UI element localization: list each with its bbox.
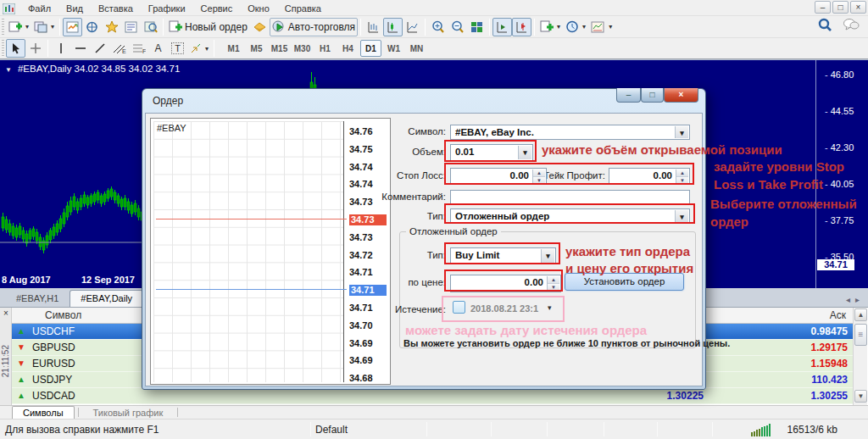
templates-button[interactable]: ▾ [588,18,615,36]
menu-file[interactable]: Файл [20,3,58,14]
chart-candles-button[interactable] [383,18,403,36]
zoom-out-button[interactable] [448,18,467,36]
annotation-line: Loss и Take Profit [714,175,844,193]
tick-price-label: 34.70 [349,320,387,331]
fibonacci-tool-button[interactable]: F [129,39,148,58]
comment-input[interactable] [450,190,690,204]
ask-value: 0.98475 [811,325,848,337]
timeframe-m15-button[interactable]: M15 [269,40,290,57]
chevron-down-icon: ▾ [557,23,560,31]
timeframe-m1-button[interactable]: M1 [223,40,244,57]
window-restore-button[interactable]: □ [832,1,849,14]
annotation-expiry: можете задать дату истечения ордера [405,321,647,339]
timeframe-mn-button[interactable]: MN [406,40,427,57]
timeframe-h1-button[interactable]: H1 [314,40,336,57]
chart-bars-button[interactable] [364,18,383,36]
profiles-button[interactable]: ▾ [31,18,57,36]
dialog-maximize-button[interactable]: □ [641,88,664,103]
tile-windows-button[interactable] [467,18,487,36]
annotation-line: ордер [710,213,857,231]
autotrade-button[interactable]: Авто-торговля [270,18,358,36]
chart-line-button[interactable] [403,18,422,36]
new-order-button[interactable]: Новый ордер [166,18,250,36]
mt4-window: ФайлВидВставкаГрафикиСервисОкноСправка –… [0,0,868,439]
cursor-tool-button[interactable] [6,39,25,58]
toolbar-separator [47,40,48,57]
price-tick: 42.30 [825,142,854,153]
terminal-button[interactable] [121,18,141,36]
status-separator [712,422,713,436]
market-watch-toggle-button[interactable] [63,18,82,36]
chart-title: #EBAY,Daily 34.02 34.85 34.02 34.71 [5,64,180,74]
arrow-up-icon: ▲ [17,326,25,336]
dialog-title: Ордер [153,95,183,107]
column-header-ask[interactable]: Аск [830,309,846,321]
chat-icon[interactable] [843,18,860,36]
chevron-down-icon[interactable] [675,126,688,138]
symbol-select[interactable]: #EBAY, eBay Inc. [450,125,690,140]
zoom-in-button[interactable] [428,18,448,36]
status-profile[interactable]: Default [315,424,348,436]
dialog-minimize-button[interactable]: – [616,88,641,103]
menu-items: ФайлВидВставкаГрафикиСервисОкноСправка [20,0,329,15]
buy-price-line [156,289,347,290]
text-label-tool-button[interactable]: T [168,39,187,58]
crosshair-tool-button[interactable] [25,39,45,58]
metaeditor-button[interactable] [250,18,270,36]
symbol-row-usdcad[interactable]: ▲USDCAD1.302251.30255 [12,388,853,404]
vertical-line-tool-button[interactable] [51,39,70,58]
dialog-controls: – □ × [616,88,698,103]
type-label: Тип: [337,211,446,221]
navigator-button[interactable] [102,18,121,36]
trendline-tool-button[interactable] [90,39,109,58]
new-chart-button[interactable]: ▾ [6,18,31,36]
timeframe-m5-button[interactable]: M5 [246,40,267,57]
scroll-down-icon[interactable]: ▼ [854,390,867,403]
scroll-up-icon[interactable]: ▲ [854,308,867,321]
scroll-thumb[interactable] [854,324,867,346]
status-separator [547,422,548,436]
tab-scroll-icons[interactable]: ◂▸ [846,295,865,304]
scrollbar[interactable]: ▲ ▼ [853,308,867,405]
column-header-symbol[interactable]: Символ [45,309,81,321]
arrows-tool-button[interactable]: ▾ [187,39,211,58]
timeframe-d1-button[interactable]: D1 [360,40,381,57]
data-window-button[interactable] [82,18,102,36]
menu-help[interactable]: Справка [277,3,329,14]
timeframe-h4-button[interactable]: H4 [337,40,359,57]
status-traffic: 16513/6 kb [787,424,837,436]
window-close-button[interactable]: × [850,1,866,14]
ask-value: 110.423 [811,374,848,386]
panel-tab-tick-chart[interactable]: Тиковый график [82,406,175,419]
menu-window[interactable]: Окно [240,3,277,14]
arrow-up-icon: ▲ [17,391,25,401]
horizontal-line-tool-button[interactable] [70,39,90,58]
text-tool-button[interactable]: A [148,39,168,58]
dialog-close-button[interactable]: × [664,88,698,103]
tab-divider [78,408,79,417]
symbol-label: Символ: [337,126,446,136]
auto-scroll-button[interactable] [512,18,531,36]
window-minimize-button[interactable]: – [815,1,831,14]
menu-service[interactable]: Сервис [193,3,241,14]
menu-view[interactable]: Вид [58,3,91,14]
chevron-down-icon: ▾ [609,23,612,31]
timeframe-m30-button[interactable]: M30 [292,40,313,57]
tick-chart-plot: #EBAY [153,121,344,382]
indicators-button[interactable]: ▾ [537,18,563,36]
equidistant-channel-tool-button[interactable]: E [109,39,129,58]
timeframe-w1-button[interactable]: W1 [383,40,404,57]
close-icon[interactable]: × [1,308,11,320]
chart-shift-button[interactable] [492,18,512,36]
status-separator [310,422,311,436]
periods-button[interactable]: ▾ [563,18,588,36]
order-dialog[interactable]: Ордер – □ × #EBAY 34.7634.7534.7434.7434… [142,88,706,390]
chart-tab-ebayh1[interactable]: #EBAY,H1 [5,290,70,307]
chart-tab-ebaydaily[interactable]: #EBAY,Daily [70,290,143,307]
menu-charts[interactable]: Графики [141,3,193,14]
toolbar-standard: ▾ ▾ Новый ордер Авто-торговля ▾ ▾ ▾ [0,15,868,37]
strategy-tester-button[interactable] [141,18,160,36]
menu-insert[interactable]: Вставка [91,3,141,14]
panel-tab-symbols[interactable]: Символы [12,406,75,419]
search-icon[interactable] [818,18,832,36]
